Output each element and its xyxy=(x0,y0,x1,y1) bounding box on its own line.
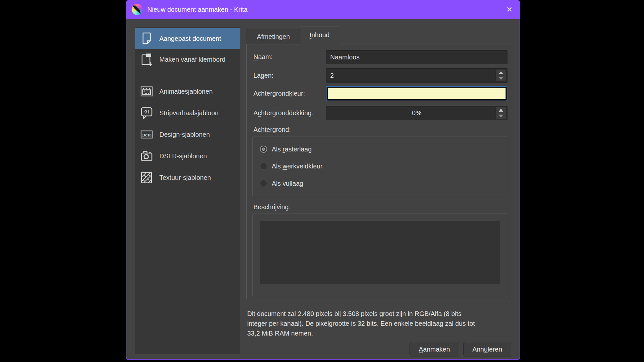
background-color-label: Achtergrondkleur: xyxy=(253,90,305,97)
window-titlebar[interactable]: Nieuw document aanmaken - Krita ✕ xyxy=(126,0,520,19)
sidebar-item-label: Animatiesjablonen xyxy=(159,88,213,95)
krita-logo-icon xyxy=(132,4,143,15)
animation-icon xyxy=(139,84,154,99)
radio-option-fill-layer[interactable]: Als vullaag xyxy=(260,179,303,188)
document-info-text: Dit document zal 2.480 pixels bij 3.508 … xyxy=(247,309,525,338)
sidebar-item-comic-template[interactable]: ?! Stripverhaalsjabloon xyxy=(135,102,240,123)
close-button[interactable]: ✕ xyxy=(502,2,517,17)
sidebar-item-animation-templates[interactable]: Animatiesjablonen xyxy=(135,81,240,102)
sidebar-item-custom-document[interactable]: Aangepast document xyxy=(135,28,240,49)
svg-text:16:10: 16:10 xyxy=(142,133,151,137)
radio-label: Als vullaag xyxy=(272,180,303,187)
sidebar-item-from-clipboard[interactable]: Maken vanaf klembord xyxy=(135,49,240,70)
sidebar-item-design-templates[interactable]: 16:10 Design-sjablonen xyxy=(135,124,240,145)
opacity-spinner[interactable] xyxy=(495,107,507,119)
radio-button[interactable] xyxy=(260,163,267,170)
sidebar-item-label: Stripverhaalsjabloon xyxy=(159,109,218,117)
radio-option-raster-layer[interactable]: Als rasterlaag xyxy=(260,145,312,153)
background-color-button[interactable] xyxy=(326,86,507,101)
sidebar-item-label: Design-sjablonen xyxy=(159,131,210,138)
spin-down-button[interactable] xyxy=(496,113,506,119)
description-textarea[interactable] xyxy=(260,221,500,284)
background-opacity-value: 0% xyxy=(326,109,507,117)
spin-up-icon xyxy=(499,109,503,112)
radio-label: Als werkveldkleur xyxy=(272,163,323,170)
sidebar-item-dslr-templates[interactable]: DSLR-sjablonen xyxy=(135,146,240,166)
cancel-button[interactable]: Annuleren xyxy=(463,342,511,356)
create-button[interactable]: Aanmaken xyxy=(410,342,459,356)
radio-option-canvas-color[interactable]: Als werkveldkleur xyxy=(260,162,323,170)
name-value: Naamloos xyxy=(326,54,360,61)
radio-label: Als rasterlaag xyxy=(272,146,312,153)
background-group-label: Achtergrond: xyxy=(253,126,291,134)
spin-down-button[interactable] xyxy=(496,75,506,81)
info-line: integer per kanaal). De pixelgrootte is … xyxy=(247,319,525,328)
info-line: Dit document zal 2.480 pixels bij 3.508 … xyxy=(247,309,525,319)
spin-up-button[interactable] xyxy=(496,70,506,75)
spin-down-icon xyxy=(499,77,503,80)
tab-content-panel: Naam: Naamloos Lagen: 2 Achtergrondkleur… xyxy=(246,44,514,299)
background-opacity-spinbox[interactable]: 0% xyxy=(326,106,507,120)
spin-down-icon xyxy=(499,115,503,118)
radio-button[interactable] xyxy=(260,146,267,153)
close-icon: ✕ xyxy=(506,5,512,14)
sidebar-item-label: DSLR-sjablonen xyxy=(159,152,207,160)
paste-new-icon xyxy=(139,52,154,67)
description-group xyxy=(252,213,507,297)
new-document-dialog: Nieuw document aanmaken - Krita ✕ Aangep… xyxy=(126,0,520,360)
spin-up-icon xyxy=(499,71,503,74)
comic-bubble-icon: ?! xyxy=(139,105,154,120)
name-input[interactable]: Naamloos xyxy=(326,50,507,64)
color-swatch xyxy=(328,88,506,99)
layers-spinner[interactable] xyxy=(495,69,507,82)
screen-background: Nieuw document aanmaken - Krita ✕ Aangep… xyxy=(0,0,644,362)
sidebar-item-texture-templates[interactable]: Textuur-sjablonen xyxy=(135,167,240,188)
ratio-16-10-icon: 16:10 xyxy=(139,127,154,142)
spin-up-button[interactable] xyxy=(496,107,506,113)
name-label: Naam: xyxy=(253,53,273,61)
layers-label: Lagen: xyxy=(253,72,273,79)
template-list: Aangepast document Maken vanaf klembord xyxy=(135,27,240,354)
background-opacity-label: Achtergronddekking: xyxy=(253,109,313,117)
background-options-group: Als rasterlaag Als werkveldkleur Als vul… xyxy=(252,136,507,197)
camera-icon xyxy=(139,149,154,164)
tab-inhoud[interactable]: Inhoud xyxy=(300,26,339,44)
svg-text:?!: ?! xyxy=(144,110,149,115)
info-line: 33,2 MiB RAM nemen. xyxy=(247,328,525,338)
layers-spinbox[interactable]: 2 xyxy=(326,68,507,83)
window-title: Nieuw document aanmaken - Krita xyxy=(147,6,248,13)
description-label: Beschrijving: xyxy=(253,203,290,211)
krita-brush-icon xyxy=(132,4,143,15)
tab-afmetingen[interactable]: Afmetingen xyxy=(247,29,300,44)
radio-button[interactable] xyxy=(260,180,267,187)
sidebar-item-label: Aangepast document xyxy=(159,35,221,42)
document-icon xyxy=(139,31,154,46)
texture-icon xyxy=(139,170,154,185)
sidebar-item-label: Textuur-sjablonen xyxy=(159,174,211,181)
layers-value: 2 xyxy=(326,72,334,79)
sidebar-item-label: Maken vanaf klembord xyxy=(159,56,225,63)
